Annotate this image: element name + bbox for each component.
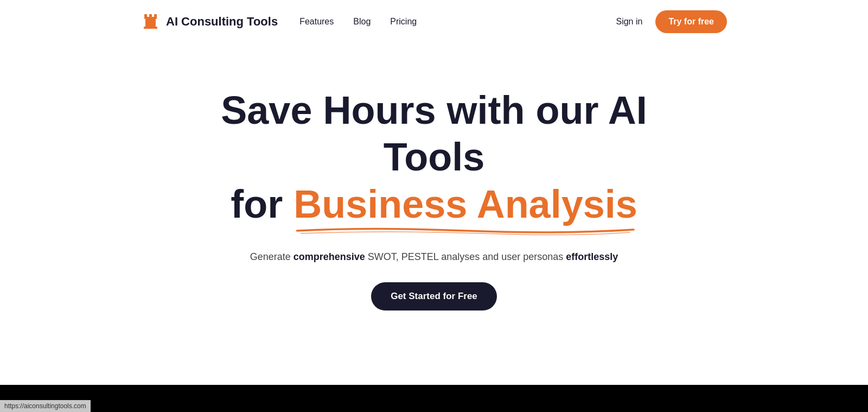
svg-rect-3 (144, 17, 157, 19)
status-url: https://aiconsultingtools.com (4, 402, 86, 410)
logo-text: AI Consulting Tools (166, 15, 278, 29)
navbar: AI Consulting Tools Features Blog Pricin… (0, 0, 868, 43)
hero-title-for: for (231, 182, 293, 226)
hero-subtitle: Generate comprehensive SWOT, PESTEL anal… (250, 251, 618, 263)
logo-icon (141, 12, 161, 31)
get-started-button[interactable]: Get Started for Free (371, 282, 497, 310)
hero-highlight: Business Analysis (293, 181, 637, 227)
hero-section: Save Hours with our AI Tools for Busines… (0, 43, 868, 343)
nav-left: AI Consulting Tools Features Blog Pricin… (141, 12, 417, 31)
logo-link[interactable]: AI Consulting Tools (141, 12, 278, 31)
subtitle-middle: SWOT, PESTEL analyses and user personas (365, 251, 566, 262)
nav-features[interactable]: Features (299, 17, 334, 27)
try-free-button[interactable]: Try for free (655, 10, 727, 33)
svg-rect-4 (145, 19, 156, 27)
svg-rect-5 (144, 27, 157, 29)
nav-blog[interactable]: Blog (353, 17, 371, 27)
footer-bar (0, 385, 868, 412)
status-bar: https://aiconsultingtools.com (0, 400, 91, 412)
subtitle-bold2: effortlessly (566, 251, 618, 262)
subtitle-bold1: comprehensive (293, 251, 365, 262)
subtitle-prefix: Generate (250, 251, 293, 262)
hero-title-line2: for Business Analysis (190, 181, 678, 227)
nav-right: Sign in Try for free (616, 10, 727, 33)
sign-in-link[interactable]: Sign in (616, 17, 642, 27)
highlight-underline (293, 225, 637, 235)
nav-pricing[interactable]: Pricing (390, 17, 417, 27)
nav-links: Features Blog Pricing (299, 17, 417, 27)
hero-title-line1: Save Hours with our AI Tools (221, 88, 647, 179)
hero-title: Save Hours with our AI Tools for Busines… (190, 87, 678, 227)
